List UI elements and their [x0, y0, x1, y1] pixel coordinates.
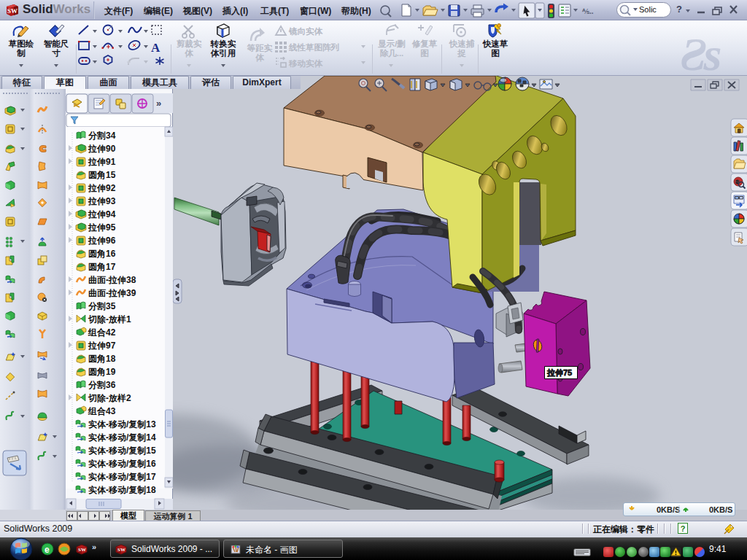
svg-text:SW: SW [78, 547, 86, 553]
svg-text:SW: SW [117, 547, 125, 553]
svg-text:SW: SW [7, 7, 18, 15]
svg-text:⅍..: ⅍.. [582, 7, 594, 15]
svg-text:e: e [44, 545, 50, 555]
svg-text:0KB/S: 0KB/S [709, 505, 732, 514]
svg-text:»: » [156, 98, 161, 109]
svg-text:»: » [92, 542, 96, 551]
svg-text:拉伸75: 拉伸75 [546, 368, 572, 377]
svg-text:0KB/S: 0KB/S [657, 505, 680, 514]
svg-text:Solic: Solic [639, 5, 657, 14]
svg-text:A: A [151, 41, 160, 55]
